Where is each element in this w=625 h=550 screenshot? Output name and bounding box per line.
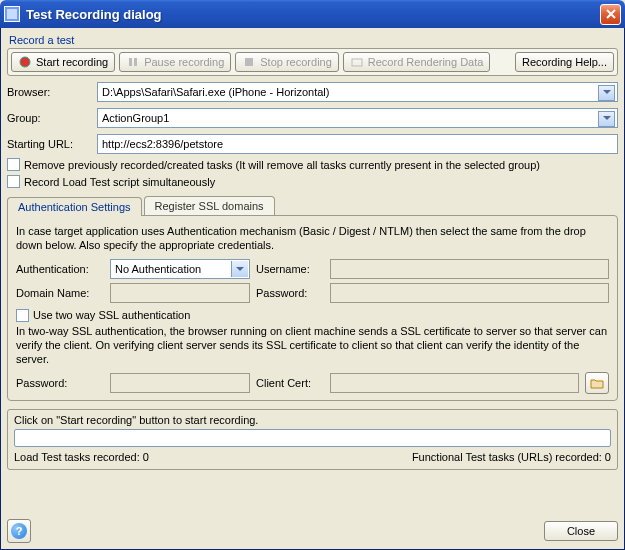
checkbox-label: Remove previously recorded/created tasks… — [24, 159, 540, 171]
stop-recording-button[interactable]: Stop recording — [235, 52, 339, 72]
group-label: Group: — [7, 112, 97, 124]
window-close-button[interactable] — [600, 4, 621, 25]
recording-help-button[interactable]: Recording Help... — [515, 52, 614, 72]
client-cert-label: Client Cert: — [256, 377, 324, 389]
combo-value: ActionGroup1 — [102, 112, 169, 124]
group-combo[interactable]: ActionGroup1 — [97, 108, 618, 128]
help-icon: ? — [11, 523, 27, 539]
bottom-row: ? Close — [7, 511, 618, 543]
svg-rect-4 — [134, 58, 137, 66]
password-input[interactable] — [330, 283, 609, 303]
pause-icon — [126, 55, 140, 69]
button-label: Stop recording — [260, 56, 332, 68]
start-recording-button[interactable]: Start recording — [11, 52, 115, 72]
url-label: Starting URL: — [7, 138, 97, 150]
auth-description: In case target application uses Authenti… — [16, 224, 609, 253]
browser-combo[interactable]: D:\Apps\Safari\Safari.exe (iPhone - Hori… — [97, 82, 618, 102]
tab-authentication[interactable]: Authentication Settings — [7, 197, 142, 216]
status-area: Click on "Start recording" button to sta… — [7, 409, 618, 470]
stop-icon — [242, 55, 256, 69]
auth-panel: In case target application uses Authenti… — [7, 215, 618, 401]
button-label: Recording Help... — [522, 56, 607, 68]
svg-rect-5 — [245, 58, 253, 66]
record-loadtest-checkbox[interactable] — [7, 175, 20, 188]
chevron-down-icon — [603, 116, 611, 120]
combo-value: D:\Apps\Safari\Safari.exe (iPhone - Hori… — [102, 86, 329, 98]
record-icon — [18, 55, 32, 69]
browse-cert-button[interactable] — [585, 372, 609, 394]
username-label: Username: — [256, 263, 324, 275]
svg-rect-6 — [352, 59, 362, 66]
tab-bar: Authentication Settings Register SSL dom… — [7, 196, 618, 215]
cert-password-label: Password: — [16, 377, 104, 389]
password-label: Password: — [256, 287, 324, 299]
checkbox-label: Record Load Test script simultaneously — [24, 176, 215, 188]
help-button[interactable]: ? — [7, 519, 31, 543]
auth-type-label: Authentication: — [16, 263, 104, 275]
twoway-ssl-checkbox[interactable] — [16, 309, 29, 322]
combo-value: No Authentication — [115, 263, 201, 275]
svg-rect-0 — [7, 9, 17, 19]
dialog-content: Record a test Start recording Pause reco… — [0, 28, 625, 550]
cert-password-input[interactable] — [110, 373, 250, 393]
status-hint: Click on "Start recording" button to sta… — [14, 414, 611, 426]
button-label: Start recording — [36, 56, 108, 68]
groupbox-title: Record a test — [9, 34, 618, 46]
toolbar: Start recording Pause recording Stop rec… — [7, 48, 618, 76]
tab-label: Register SSL domains — [155, 200, 264, 212]
input-value: http://ecs2:8396/petstore — [102, 138, 223, 150]
chevron-down-icon — [236, 267, 244, 271]
record-rendering-button[interactable]: Record Rendering Data — [343, 52, 491, 72]
load-tasks-count: Load Test tasks recorded: 0 — [14, 451, 412, 463]
folder-icon — [590, 377, 604, 389]
auth-type-combo[interactable]: No Authentication — [110, 259, 250, 279]
close-button[interactable]: Close — [544, 521, 618, 541]
checkbox-label: Use two way SSL authentication — [33, 309, 190, 321]
twoway-description: In two-way SSL authentication, the brows… — [16, 324, 609, 367]
username-input[interactable] — [330, 259, 609, 279]
domain-label: Domain Name: — [16, 287, 104, 299]
progress-bar — [14, 429, 611, 447]
render-icon — [350, 55, 364, 69]
titlebar: Test Recording dialog — [0, 0, 625, 28]
svg-rect-3 — [129, 58, 132, 66]
window-title: Test Recording dialog — [26, 7, 600, 22]
app-icon — [4, 6, 20, 22]
button-label: Pause recording — [144, 56, 224, 68]
chevron-down-icon — [603, 90, 611, 94]
button-label: Record Rendering Data — [368, 56, 484, 68]
domain-input[interactable] — [110, 283, 250, 303]
tab-ssl-domains[interactable]: Register SSL domains — [144, 196, 275, 215]
remove-tasks-checkbox[interactable] — [7, 158, 20, 171]
browser-label: Browser: — [7, 86, 97, 98]
pause-recording-button[interactable]: Pause recording — [119, 52, 231, 72]
close-icon — [606, 9, 616, 19]
starting-url-input[interactable]: http://ecs2:8396/petstore — [97, 134, 618, 154]
functional-tasks-count: Functional Test tasks (URLs) recorded: 0 — [412, 451, 611, 463]
tab-label: Authentication Settings — [18, 201, 131, 213]
client-cert-input[interactable] — [330, 373, 579, 393]
button-label: Close — [567, 525, 595, 537]
